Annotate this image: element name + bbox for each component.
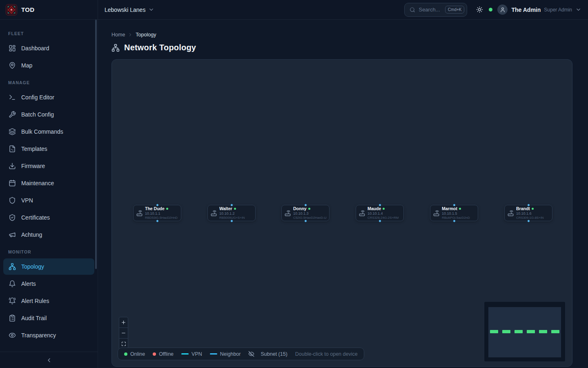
subnet-visibility-toggle[interactable] [248, 351, 254, 357]
sidebar-item-certificates[interactable]: Certificates [3, 209, 94, 226]
legend-online: Online [124, 351, 145, 357]
sidebar-scrollbar[interactable] [95, 20, 97, 269]
device-ip: 10.10.1.3 [293, 211, 327, 216]
connection-handle-bottom[interactable] [304, 220, 307, 222]
device-model: RBcAPGi-5acD2nD [442, 216, 470, 220]
sidebar-item-alert-rules[interactable]: Alert Rules [3, 293, 94, 309]
sidebar-item-label: Map [21, 62, 32, 69]
chevron-right-icon [128, 32, 133, 37]
topology-canvas[interactable]: The Dude 10.10.1.1 RBD53iG-5HacD2HnD Wal… [111, 59, 572, 367]
org-switcher[interactable]: Lebowski Lanes [105, 7, 154, 13]
dashboard-icon [9, 45, 16, 52]
connection-handle-top[interactable] [527, 204, 530, 206]
device-node-walter[interactable]: Walter 10.10.1.2 RB5009UG+S+IN [207, 205, 256, 221]
legend-offline: Offline [153, 351, 174, 357]
sidebar-item-achtung[interactable]: Achtung [3, 227, 94, 243]
sidebar-item-topology[interactable]: Topology [3, 258, 94, 275]
sun-icon [476, 6, 483, 13]
sidebar-item-transparency[interactable]: Transparency [3, 327, 94, 343]
legend-vpn-label: VPN [192, 351, 202, 357]
connection-handle-top[interactable] [304, 204, 307, 206]
sidebar-item-batch-config[interactable]: Batch Config [3, 106, 94, 123]
sidebar-item-vpn[interactable]: VPN [3, 192, 94, 209]
connection-handle-top[interactable] [156, 204, 159, 206]
breadcrumb-home-link[interactable]: Home [111, 32, 125, 38]
device-name: Maude [368, 206, 381, 211]
sidebar-item-templates[interactable]: Templates [3, 141, 94, 157]
device-model: C52iG-5HaxD2HaxD-US [293, 216, 327, 220]
user-menu[interactable]: The Admin Super Admin [497, 4, 588, 15]
connection-handle-top[interactable] [230, 204, 233, 206]
minimap-node [490, 330, 498, 333]
sidebar-item-map[interactable]: Map [3, 57, 94, 74]
search-box[interactable]: Cmd+K [404, 3, 467, 17]
sidebar-item-maintenance[interactable]: Maintenance [3, 175, 94, 191]
search-input[interactable] [419, 7, 441, 13]
minimap[interactable] [484, 302, 565, 361]
connection-handle-top[interactable] [379, 204, 381, 206]
router-icon [211, 210, 217, 216]
shield-icon [9, 197, 16, 204]
status-online-dot [459, 208, 461, 210]
connection-handle-bottom[interactable] [527, 220, 530, 222]
device-node-marmot[interactable]: Marmot 10.10.1.5 RBcAPGi-5acD2nD [430, 205, 478, 221]
topology-icon [111, 44, 120, 52]
status-online-dot [234, 208, 236, 210]
app-window: TOD Lebowski Lanes Cmd+K The Admin Super… [0, 0, 588, 368]
minimap-node [502, 330, 510, 333]
legend-subnet-label: Subnet (15) [261, 351, 287, 357]
sidebar-item-audit-trail[interactable]: Audit Trail [3, 310, 94, 326]
topbar: TOD Lebowski Lanes Cmd+K The Admin Super… [0, 0, 588, 20]
sidebar-scroll-area: FLEET Dashboard Map MANAGE Config Editor… [0, 20, 98, 352]
device-ip: 10.10.1.2 [219, 211, 245, 216]
device-node-maude[interactable]: Maude 10.10.1.4 CRS326-24G-2S+RM [356, 205, 404, 221]
router-icon [359, 210, 365, 216]
device-node-the-dude[interactable]: The Dude 10.10.1.1 RBD53iG-5HacD2HnD [133, 205, 181, 221]
sidebar-item-label: Batch Config [21, 111, 54, 118]
device-name: The Dude [145, 206, 165, 211]
sidebar-item-config-editor[interactable]: Config Editor [3, 89, 94, 105]
device-name: Brandt [516, 206, 530, 211]
theme-toggle-button[interactable] [474, 4, 485, 15]
legend-subnet: Subnet (15) [248, 351, 287, 357]
sidebar-item-label: Dashboard [21, 45, 49, 52]
sidebar-collapse-button[interactable] [0, 352, 98, 368]
device-node-brandt[interactable]: Brandt 10.10.1.6 CRS309-1G-8S+IN [504, 205, 552, 221]
page-title-row: Network Topology [111, 43, 572, 52]
search-icon [410, 7, 415, 13]
layers-icon [9, 128, 16, 135]
device-node-donny[interactable]: Donny 10.10.1.3 C52iG-5HaxD2HaxD-US [281, 205, 330, 221]
device-model: CRS326-24G-2S+RM [368, 216, 399, 220]
minimap-node [539, 330, 547, 333]
connection-handle-bottom[interactable] [453, 220, 456, 222]
search-shortcut-chip: Cmd+K [445, 6, 465, 13]
main-content: Home Topology Network Topology The Dude [98, 20, 588, 368]
zoom-out-button[interactable] [119, 328, 128, 339]
zoom-in-button[interactable] [119, 317, 128, 328]
minimap-node [527, 330, 535, 333]
online-dot [124, 352, 127, 356]
download-icon [9, 162, 16, 170]
device-model: CRS309-1G-8S+IN [516, 216, 544, 220]
sidebar-item-firmware[interactable]: Firmware [3, 158, 94, 174]
sidebar-item-label: Audit Trail [21, 315, 47, 321]
connection-handle-top[interactable] [453, 204, 456, 206]
section-label-manage: MANAGE [0, 74, 98, 88]
breadcrumb: Home Topology [111, 32, 572, 38]
legend-offline-label: Offline [159, 351, 174, 357]
sidebar-item-alerts[interactable]: Alerts [3, 276, 94, 292]
sidebar-item-bulk-commands[interactable]: Bulk Commands [3, 123, 94, 140]
sidebar-item-label: Bulk Commands [21, 128, 63, 135]
megaphone-icon [9, 231, 16, 238]
terminal-icon [9, 94, 16, 101]
connection-handle-bottom[interactable] [230, 220, 233, 222]
connection-handle-bottom[interactable] [379, 220, 381, 222]
minimap-viewport [488, 307, 561, 357]
status-online-dot [308, 208, 310, 210]
vpn-line-swatch [181, 353, 189, 355]
status-online-dot [532, 208, 534, 210]
connection-handle-bottom[interactable] [156, 220, 159, 222]
router-icon [508, 210, 514, 216]
brand: TOD [0, 0, 98, 19]
sidebar-item-dashboard[interactable]: Dashboard [3, 40, 94, 56]
